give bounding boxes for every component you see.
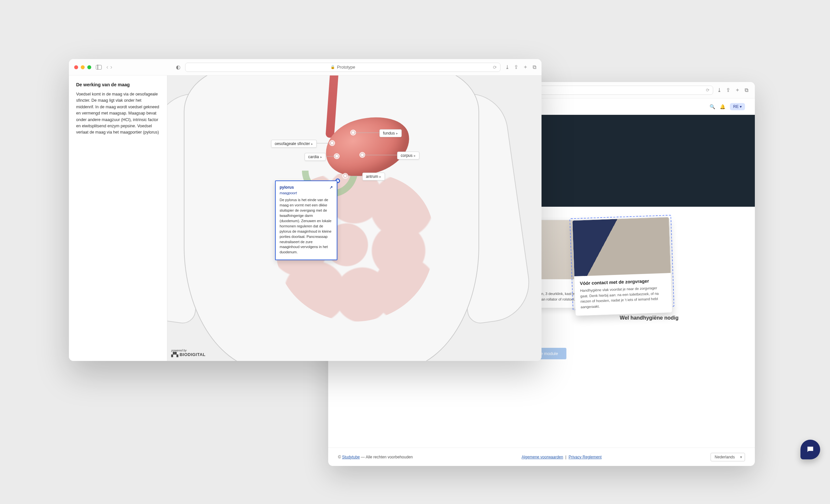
download-icon[interactable]: ⤓ — [717, 87, 722, 93]
powered-by: powered by ▞▚ BIODIGITAL — [171, 349, 205, 357]
refresh-icon[interactable]: ⟳ — [493, 65, 497, 70]
hotspot-antrum[interactable] — [343, 174, 347, 178]
sidebar-toggle-icon[interactable] — [96, 65, 102, 70]
foreground-browser-window: ‹ › ◐ 🔒 Prototype ⟳ ⤓ ⇪ ＋ ⧉ De werking v… — [69, 59, 542, 361]
footer: © Studytube — Alle rechten voorbehouden … — [328, 447, 755, 466]
card-right[interactable]: Vóór contact met de zorgvrager Handhygië… — [572, 217, 672, 316]
chevron-right-icon: ▸ — [396, 131, 398, 135]
chat-widget-button[interactable] — [800, 440, 820, 459]
label-antrum[interactable]: antrum▸ — [362, 173, 385, 180]
powered-by-pre: powered by — [171, 349, 205, 352]
side-panel-title: De werking van de maag — [76, 82, 160, 87]
language-select[interactable]: Nederlands — [710, 453, 745, 461]
user-badge-text: RE — [733, 104, 739, 109]
footer-privacy-link[interactable]: Privacy Reglement — [568, 455, 602, 459]
side-panel-text: Voedsel komt in de maag via de oesofagea… — [76, 91, 160, 136]
new-tab-icon[interactable]: ＋ — [523, 64, 528, 71]
new-tab-icon[interactable]: ＋ — [735, 87, 740, 94]
chevron-right-icon: ▸ — [379, 174, 381, 178]
footer-terms-link[interactable]: Algemene voorwaarden — [521, 455, 563, 459]
url-bar[interactable]: 🔒 Prototype ⟳ — [185, 63, 501, 72]
chat-icon — [806, 445, 815, 454]
hotspot-cardia[interactable] — [335, 154, 339, 158]
chevron-right-icon: ▸ — [320, 155, 322, 159]
hotspot-oesofageale[interactable] — [330, 141, 334, 145]
search-icon[interactable]: 🔍 — [709, 104, 715, 109]
chevron-right-icon: ▸ — [311, 142, 313, 146]
info-side-panel: De werking van de maag Voedsel komt in d… — [69, 75, 167, 361]
share-icon[interactable]: ⇪ — [726, 87, 730, 93]
footer-site-link[interactable]: Studytube — [342, 455, 360, 459]
card-right-title: Vóór contact met de zorgvrager — [580, 278, 666, 286]
footer-links: Algemene voorwaarden | Privacy Reglement — [521, 455, 602, 459]
browser-chrome: ‹ › ◐ 🔒 Prototype ⟳ ⤓ ⇪ ＋ ⧉ — [69, 59, 542, 75]
language-select-label: Nederlands — [715, 455, 735, 459]
hotspot-fundus[interactable] — [351, 131, 355, 135]
popover-title: pylorus — [280, 185, 294, 190]
popover-subtitle: maagpoort — [280, 191, 333, 195]
traffic-lights — [74, 65, 91, 69]
lock-icon: 🔒 — [330, 65, 335, 69]
popover-text: De pylorus is het einde van de maag en v… — [280, 198, 333, 255]
group-label-right: Wel handhygiëne nodig — [619, 315, 678, 321]
anatomy-canvas[interactable]: ◂ oeso — [167, 75, 542, 361]
forward-icon[interactable]: › — [110, 64, 112, 71]
label-fundus[interactable]: fundus▸ — [379, 129, 402, 137]
download-icon[interactable]: ⤓ — [505, 64, 509, 70]
leader-antrum — [347, 176, 362, 176]
leader-oesofageale — [314, 143, 330, 143]
url-text: Prototype — [337, 65, 355, 70]
card-right-text: Handhygiëne vlak voordat je naar de zorg… — [580, 285, 667, 309]
user-badge[interactable]: RE ▾ — [730, 103, 745, 110]
label-corpus[interactable]: corpus▸ — [397, 152, 419, 160]
refresh-icon[interactable]: ⟳ — [706, 88, 709, 93]
label-oesofageale[interactable]: oesofageale sfincter▸ — [271, 140, 317, 148]
leader-fundus — [355, 133, 379, 133]
close-window-icon[interactable] — [74, 65, 78, 69]
maximize-window-icon[interactable] — [87, 65, 91, 69]
privacy-shield-icon[interactable]: ◐ — [176, 64, 181, 70]
powered-by-brand: ▞▚ BIODIGITAL — [171, 352, 205, 357]
tabs-icon[interactable]: ⧉ — [533, 64, 536, 70]
chevron-right-icon: ▸ — [414, 154, 416, 158]
footer-copyright: © Studytube — Alle rechten voorbehouden — [338, 455, 413, 459]
open-external-icon[interactable]: ↗ — [329, 185, 333, 190]
label-cardia[interactable]: cardia▸ — [305, 153, 326, 161]
leader-corpus — [364, 155, 397, 155]
tabs-icon[interactable]: ⧉ — [745, 87, 748, 93]
card-right-image — [572, 217, 671, 276]
share-icon[interactable]: ⇪ — [514, 64, 518, 70]
minimize-window-icon[interactable] — [81, 65, 85, 69]
bell-icon[interactable]: 🔔 — [720, 104, 725, 109]
back-icon[interactable]: ‹ — [106, 64, 108, 71]
hotspot-corpus[interactable] — [360, 153, 364, 157]
hotspot-popover: pylorus ↗ maagpoort De pylorus is het ei… — [275, 180, 338, 260]
